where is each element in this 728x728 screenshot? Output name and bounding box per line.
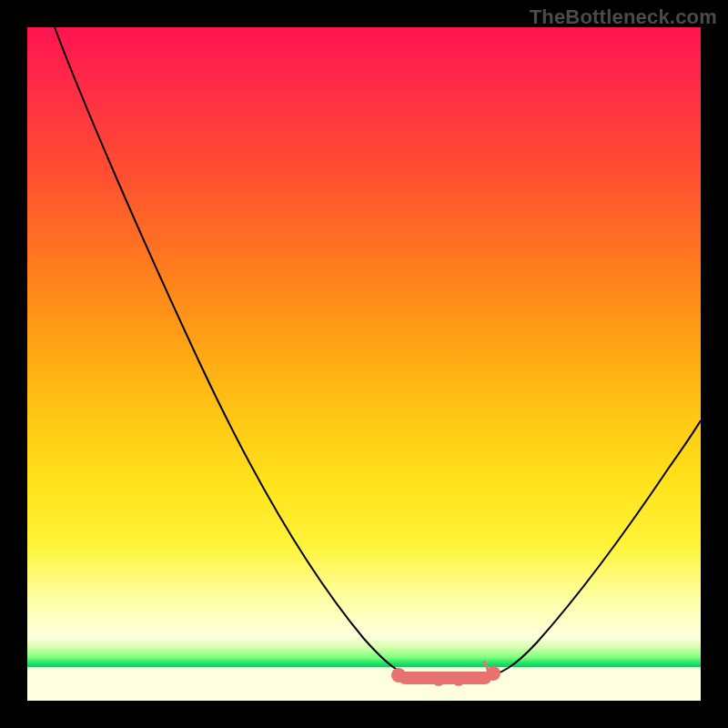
flat-region-start-dot <box>391 668 406 682</box>
watermark-text: TheBottleneck.com <box>530 5 717 29</box>
flat-region-dot <box>453 675 464 686</box>
plot-area <box>27 27 701 701</box>
bottleneck-curve <box>55 27 701 677</box>
flat-region-dot <box>473 673 484 684</box>
flat-region-dot <box>433 675 444 686</box>
curve-overlay <box>27 27 701 701</box>
flat-region-dot <box>413 673 424 684</box>
flat-region-tick <box>484 661 488 670</box>
chart-frame: TheBottleneck.com <box>0 0 728 728</box>
